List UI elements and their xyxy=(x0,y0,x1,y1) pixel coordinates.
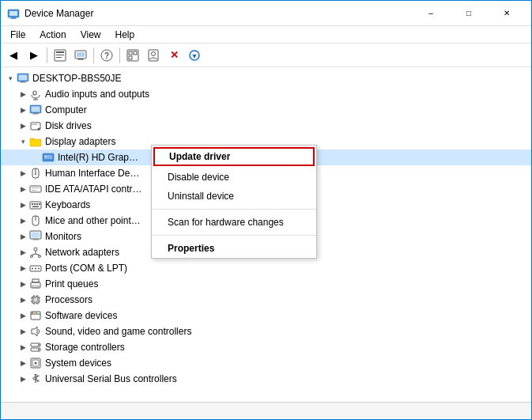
usb-label: Universal Serial Bus controllers xyxy=(45,373,177,384)
sound-label: Sound, video and game controllers xyxy=(45,326,191,337)
tree-item-disk[interactable]: ▶ Disk drives xyxy=(1,118,531,134)
keyboard-icon xyxy=(29,199,42,211)
help-button[interactable]: ? xyxy=(97,46,116,65)
menu-view[interactable]: View xyxy=(74,28,108,42)
svg-rect-23 xyxy=(19,75,28,81)
toolbar-separator-2 xyxy=(93,47,94,63)
svg-rect-39 xyxy=(45,156,47,157)
ide-icon xyxy=(29,183,42,195)
svg-rect-48 xyxy=(34,203,36,205)
svg-point-84 xyxy=(34,312,36,314)
menu-help[interactable]: Help xyxy=(109,28,141,42)
window-title: Device Manager xyxy=(25,8,413,19)
minimize-button[interactable]: – xyxy=(413,1,449,26)
expand-disk-icon: ▶ xyxy=(17,119,29,132)
svg-rect-47 xyxy=(32,203,33,205)
processors-label: Processors xyxy=(45,294,92,305)
menu-file[interactable]: File xyxy=(4,28,32,42)
svg-point-34 xyxy=(38,128,40,131)
svg-text:▼: ▼ xyxy=(191,52,198,60)
disk-icon xyxy=(29,119,42,132)
ports-icon xyxy=(29,262,42,274)
storage-icon xyxy=(29,341,42,354)
context-menu-uninstall[interactable]: Uninstall device xyxy=(152,187,316,206)
download-button[interactable]: ▼ xyxy=(185,46,204,65)
app-icon xyxy=(7,7,20,20)
svg-line-62 xyxy=(32,254,36,255)
print-label: Print queues xyxy=(45,278,98,289)
window-controls: – □ ✕ xyxy=(413,1,525,26)
svg-line-63 xyxy=(36,254,40,255)
svg-rect-70 xyxy=(32,286,39,287)
tree-root[interactable]: ▾ DESKTOP-BBS50JE xyxy=(1,70,531,86)
context-menu-scan[interactable]: Scan for hardware changes xyxy=(152,213,316,232)
close-button[interactable]: ✕ xyxy=(489,1,525,26)
ide-label: IDE ATA/ATAPI contr… xyxy=(45,184,141,195)
svg-rect-51 xyxy=(32,206,39,208)
back-button[interactable]: ◀ xyxy=(4,46,23,65)
svg-point-85 xyxy=(36,312,37,314)
svg-rect-10 xyxy=(78,59,83,59)
svg-rect-17 xyxy=(129,56,132,59)
display-label: Display adapters xyxy=(45,136,115,147)
scan-view-button[interactable] xyxy=(123,46,142,65)
tree-item-ports[interactable]: ▶ Ports (COM & LPT) xyxy=(1,260,531,276)
svg-rect-50 xyxy=(39,203,40,205)
svg-rect-100 xyxy=(37,376,39,377)
properties-view-button[interactable] xyxy=(51,46,70,65)
computer-view-button[interactable] xyxy=(71,46,90,65)
svg-point-83 xyxy=(32,312,33,314)
delete-button[interactable]: ✕ xyxy=(164,46,183,65)
tree-item-storage[interactable]: ▶ Storage controllers xyxy=(1,339,531,355)
content-area: ▾ DESKTOP-BBS50JE ▶ xyxy=(1,67,531,402)
svg-point-98 xyxy=(37,380,39,382)
svg-rect-56 xyxy=(33,239,38,240)
svg-point-19 xyxy=(152,51,156,55)
expand-storage-icon: ▶ xyxy=(17,341,29,354)
expand-keyboard-icon: ▶ xyxy=(17,199,29,211)
tree-item-processors[interactable]: ▶ Processors xyxy=(1,292,531,308)
tree-item-computer[interactable]: ▶ Computer xyxy=(1,102,531,118)
svg-rect-25 xyxy=(20,82,26,83)
title-bar: Device Manager – □ ✕ xyxy=(1,1,531,26)
software-icon xyxy=(29,309,42,322)
context-menu-update-driver[interactable]: Update driver xyxy=(153,147,315,166)
forward-button[interactable]: ▶ xyxy=(25,46,43,65)
tree-item-sound[interactable]: ▶ Sound, video and game controllers xyxy=(1,324,531,339)
svg-rect-2 xyxy=(11,17,16,19)
context-menu-disable[interactable]: Disable device xyxy=(152,168,316,187)
tree-item-system[interactable]: ▶ System devices xyxy=(1,355,531,371)
tree-item-usb[interactable]: ▶ Universal Serial Bus controllers xyxy=(1,371,531,387)
svg-rect-26 xyxy=(33,91,36,95)
expand-print-icon: ▶ xyxy=(17,278,29,290)
tree-item-software[interactable]: ▶ Software devices xyxy=(1,308,531,324)
audio-label: Audio inputs and outputs xyxy=(45,89,149,100)
svg-point-66 xyxy=(35,268,36,270)
tree-item-audio[interactable]: ▶ Audio inputs and outputs xyxy=(1,86,531,102)
audio-icon xyxy=(29,88,42,100)
svg-rect-16 xyxy=(134,51,137,55)
context-menu-separator-2 xyxy=(152,235,316,236)
svg-rect-7 xyxy=(56,57,62,58)
sound-icon xyxy=(29,325,42,338)
svg-rect-5 xyxy=(56,51,64,53)
cpu-icon xyxy=(29,293,42,306)
expand-root-icon: ▾ xyxy=(4,72,17,85)
expand-gpu-icon xyxy=(29,151,42,164)
gpu-icon xyxy=(42,151,55,164)
menu-bar: File Action View Help xyxy=(1,26,531,44)
display-folder-icon xyxy=(29,135,42,148)
svg-rect-32 xyxy=(32,114,39,115)
menu-action[interactable]: Action xyxy=(33,28,72,42)
user-button[interactable] xyxy=(144,46,163,65)
svg-rect-72 xyxy=(34,298,38,302)
maximize-button[interactable]: □ xyxy=(451,1,487,26)
hid-icon xyxy=(29,167,42,180)
tree-item-print[interactable]: ▶ Print queues xyxy=(1,276,531,292)
status-bar xyxy=(1,402,531,419)
monitors-label: Monitors xyxy=(45,231,81,242)
context-menu-properties[interactable]: Properties xyxy=(152,239,316,258)
expand-ports-icon: ▶ xyxy=(17,262,29,274)
system-icon xyxy=(29,357,42,369)
svg-rect-36 xyxy=(30,139,41,146)
